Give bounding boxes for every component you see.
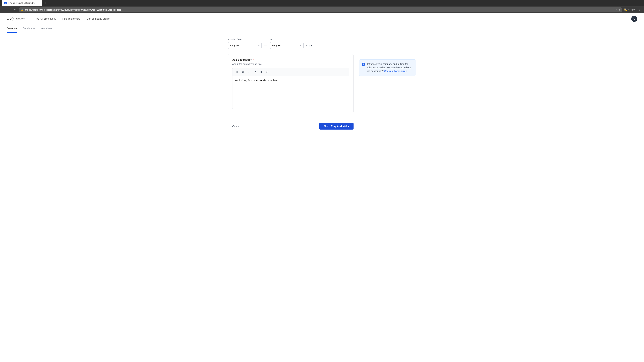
salary-unit: / hour [306,44,312,47]
new-tab-button[interactable]: + [43,1,48,5]
app-logo[interactable]: arc() Freelance [7,17,25,21]
info-icon: i [362,63,365,66]
salary-row: Starting from US$ 50 US$ 60 US$ 70 US$ 8… [228,38,416,49]
incognito-icon: 🕵 [624,8,627,11]
salary-from-group: Starting from US$ 50 US$ 60 US$ 70 US$ 8… [228,38,262,49]
info-sidebar: i Introduce your company and outline the… [359,59,416,76]
salary-to-group: To US$ 85 US$ 90 US$ 100 US$ 110 ▼ [270,38,304,49]
editor-toolbar: H B I [232,68,349,76]
nav-links: Hire full-time talent Hire freelancers E… [31,13,631,24]
job-description-editor[interactable]: I'm looking for someone who is artistic. [232,76,349,109]
logo-text: arc() [7,17,14,21]
svg-text:2.: 2. [260,72,260,73]
cancel-button[interactable]: Cancel [228,123,244,129]
bookmark-icon[interactable]: ☆ [616,8,618,11]
svg-rect-1 [254,71,256,71]
browser-tab-active[interactable]: a Hire Top Remote Software Dev... × [2,0,42,6]
svg-point-2 [254,72,254,72]
editor-italic-btn[interactable]: I [246,69,251,74]
editor-unordered-list-btn[interactable] [252,69,257,74]
section-subtitle: About the company and role [232,63,349,65]
editor-heading-btn[interactable]: H [234,69,239,74]
tab-favicon: a [4,2,7,4]
form-actions: Cancel Next: Required skills [228,119,354,136]
incognito-label: Incognito [628,8,636,11]
nav-link-hire-freelancers[interactable]: Hire freelancers [59,13,84,24]
salary-to-select[interactable]: US$ 85 US$ 90 US$ 100 US$ 110 [270,42,304,49]
salary-to-label: To [270,38,304,41]
nav-right: U [631,16,637,22]
editor-bold-btn[interactable]: B [240,69,245,74]
svg-rect-5 [260,71,262,71]
tab-close-button[interactable]: × [37,2,40,4]
main-content: Starting from US$ 50 US$ 60 US$ 70 US$ 8… [221,33,422,136]
salary-from-select[interactable]: US$ 50 US$ 60 US$ 70 US$ 80 [228,42,262,49]
download-icon[interactable]: ⬇ [618,8,620,11]
more-options-button[interactable]: ⋮ [637,7,642,12]
nav-buttons: ← → ↻ [2,7,18,12]
browser-chrome: a Hire Top Remote Software Dev... × + ← … [0,0,644,13]
nav-link-edit-profile[interactable]: Edit company profile [84,13,113,24]
browser-toolbar: ← → ↻ 🔒 ☆ ⬇ 🕵 Incognito ⋮ [0,6,644,13]
page-tabs: Overview Candidates Interviews [0,24,644,33]
app-nav: arc() Freelance Hire full-time talent Hi… [0,13,644,24]
info-text: Introduce your company and outline the r… [367,62,413,73]
browser-tabs: a Hire Top Remote Software Dev... × + [0,0,644,6]
content-with-sidebar: Job description * About the company and … [228,54,416,136]
salary-from-label: Starting from [228,38,262,41]
logo-badge: Freelance [15,17,25,20]
incognito-badge: 🕵 Incognito [624,8,636,11]
salary-from-wrapper: US$ 50 US$ 60 US$ 70 US$ 80 ▼ [228,42,262,49]
job-description-container: Job description * About the company and … [228,54,354,113]
forward-button[interactable]: → [8,7,12,12]
editor-link-btn[interactable] [265,69,269,74]
address-bar[interactable]: 🔒 ☆ ⬇ [19,7,622,12]
svg-point-0 [254,71,254,72]
footer-divider [0,136,644,136]
content-main: Job description * About the company and … [228,54,354,136]
tab-candidates[interactable]: Candidates [23,24,36,33]
refresh-button[interactable]: ↻ [13,7,18,12]
svg-rect-3 [254,72,256,72]
tab-interviews[interactable]: Interviews [40,24,52,33]
url-input[interactable] [25,8,614,11]
section-title-text: Job description [232,58,252,61]
avatar-image: U [631,16,637,22]
info-link[interactable]: Check out Arc's guide. [384,70,408,72]
section-title: Job description * [232,58,349,61]
tab-overview[interactable]: Overview [7,24,17,33]
salary-to-wrapper: US$ 85 US$ 90 US$ 100 US$ 110 ▼ [270,42,304,49]
required-star: * [253,58,254,61]
next-button[interactable]: Next: Required skills [319,123,354,130]
editor-ordered-list-btn[interactable]: 1. 2. [258,69,263,74]
nav-link-hire-fulltime[interactable]: Hire full-time talent [31,13,59,24]
back-button[interactable]: ← [2,7,7,12]
avatar[interactable]: U [631,16,637,22]
app-wrapper: arc() Freelance Hire full-time talent Hi… [0,13,644,355]
lock-icon: 🔒 [21,8,24,11]
tab-title: Hire Top Remote Software Dev... [8,2,36,4]
form-section: Starting from US$ 50 US$ 60 US$ 70 US$ 8… [228,33,416,136]
address-bar-icons: ☆ ⬇ [616,8,620,11]
svg-rect-7 [260,72,262,72]
info-sidebar-wrapper: i Introduce your company and outline the… [359,54,416,136]
salary-separator: — [264,44,267,47]
toolbar-right: 🕵 Incognito ⋮ [624,7,642,12]
